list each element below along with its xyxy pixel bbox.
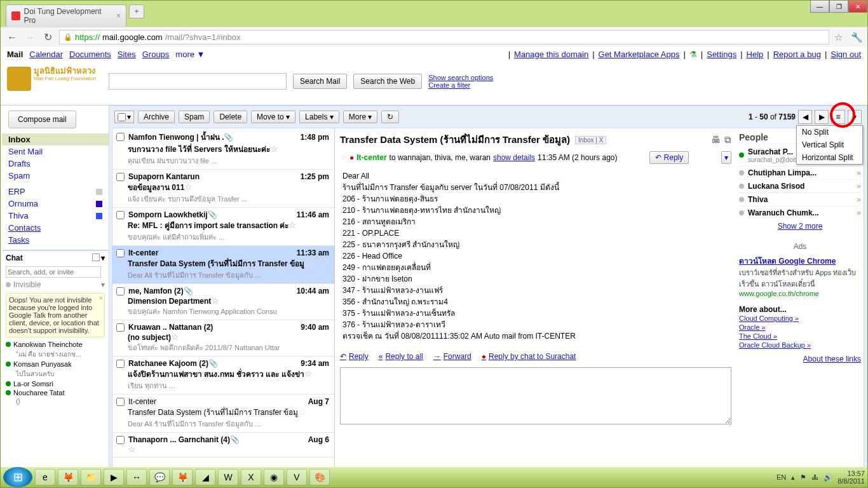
tb-talk[interactable]: 💬 [149,469,170,485]
message-row[interactable]: Namfon Tienwong | น้ำฝน .📎1:48 pmรบกวนวา… [112,128,334,170]
gb-mail[interactable]: Mail [7,50,23,59]
new-tab-button[interactable]: + [129,4,144,18]
gb-settings[interactable]: Settings [707,50,736,59]
start-button[interactable]: ⊞ [3,467,32,487]
archive-button[interactable]: Archive [138,111,175,123]
related-link[interactable]: Cloud Computing » [739,314,861,323]
create-filter-link[interactable]: Create a filter [428,81,493,89]
search-web-button[interactable]: Search the Web [353,74,422,89]
tb-media[interactable]: ▶ [104,469,124,485]
gb-sites[interactable]: Sites [118,50,136,59]
chat-contact[interactable]: Kanokwan Theinchote [2,340,109,349]
label-chip-inbox[interactable]: Inbox | X [575,136,606,144]
tb-explorer[interactable]: 📁 [81,469,101,485]
gb-groups[interactable]: Groups [142,50,170,59]
message-row[interactable]: It-center11:33 amTransfer Data System (ร… [112,246,334,284]
split-horizontal[interactable]: Horizontal Split [797,151,862,164]
view-toggle-button[interactable]: ≡ [831,110,845,124]
msg-checkbox[interactable] [116,211,125,219]
ad-title[interactable]: ดาวน์โหลด Google Chrome [739,257,836,266]
action-reply-chat[interactable]: ●Reply by chat to Surachat [482,352,576,361]
chevron-icon[interactable]: » [857,168,861,177]
reply-button[interactable]: ↶ Reply [649,151,689,164]
star-icon[interactable]: ☆ [304,369,313,379]
gb-help[interactable]: Help [747,50,764,59]
tb-chrome[interactable]: ◉ [264,469,284,485]
message-row[interactable]: Kruawan .. Nattanan (2)9:40 am(no subjec… [112,320,334,356]
label-erp[interactable]: ERP [2,186,109,198]
msg-checkbox[interactable] [116,360,125,368]
reload-button[interactable]: ↻ [41,31,54,44]
refresh-button[interactable]: ↻ [381,111,399,123]
star-icon[interactable]: ☆ [288,220,297,230]
chevron-icon[interactable]: » [857,195,861,204]
gb-documents[interactable]: Documents [69,50,111,59]
tb-ie[interactable]: e [35,469,55,485]
chat-contact[interactable]: Noucharee Tatat [2,388,109,397]
tray-date[interactable]: 8/8/2011 [837,477,865,485]
tab-close-icon[interactable]: × [116,11,121,20]
label-ornuma[interactable]: Ornuma [2,198,109,210]
message-row[interactable]: Somporn Laowkhetkij📎11:46 amRe: MFL : คู… [112,208,334,246]
gb-calendar[interactable]: Calendar [29,50,63,59]
chat-contact[interactable]: La-or Somsri [2,379,109,388]
chat-pop-icon[interactable] [92,254,100,261]
presence-self[interactable]: Invisible ▾ [2,279,109,290]
related-link[interactable]: Oracle Cloud Backup » [739,341,861,349]
tray-vol-icon[interactable]: 🔊 [824,473,832,482]
split-vertical[interactable]: Vertical Split [797,139,862,151]
star-icon[interactable]: ☆ [211,295,219,306]
flask-icon[interactable]: ⚗ [689,50,697,59]
person-row[interactable]: Luckana Srisod» [739,179,861,193]
spam-button[interactable]: Spam [179,111,210,123]
message-row[interactable]: It-centerAug 7Transfer Data System (ร้าน… [112,395,334,433]
msg-checkbox[interactable] [116,398,125,406]
tb-paint[interactable]: 🎨 [309,469,330,485]
gb-marketplace[interactable]: Get Marketplace Apps [599,50,680,59]
star-icon[interactable]: ☆ [128,444,136,454]
browser-tab[interactable]: Doi Tung Development Pro × [6,4,126,27]
person-row[interactable]: Chutiphan Limpa...» [739,166,861,179]
star-icon[interactable]: ☆ [184,182,193,192]
tb-firefox2[interactable]: 🦊 [172,469,193,485]
sender-name[interactable]: It-center [356,153,386,162]
gb-manage[interactable]: Manage this domain [514,50,588,59]
message-row[interactable]: Ratchanee Kajoom (2)📎9:34 amแจ้งปิดร้านก… [112,356,334,395]
action-reply[interactable]: ↶Reply [340,352,369,361]
gb-more[interactable]: more ▼ [175,50,205,59]
chat-search-input[interactable] [6,266,101,278]
split-none[interactable]: No Split [797,126,862,139]
folder-spam[interactable]: Spam [2,170,109,182]
reply-dropdown[interactable]: ▾ [721,151,731,164]
star-icon[interactable]: ☆ [270,144,278,154]
related-link[interactable]: The Cloud » [739,332,861,341]
close-button[interactable]: ✕ [848,1,867,13]
folder-inbox[interactable]: Inbox [2,133,109,146]
related-link[interactable]: Oracle » [739,323,861,332]
tb-firefox[interactable]: 🦊 [58,469,78,485]
ad-url[interactable]: www.google.co.th/chrome [739,290,861,297]
maximize-button[interactable]: ❐ [829,1,848,13]
msg-checkbox[interactable] [116,323,125,332]
gb-report[interactable]: Report a bug [773,50,821,59]
msg-checkbox[interactable] [116,287,125,295]
wrench-icon[interactable]: 🔧 [851,32,862,43]
tb-excel[interactable]: X [241,469,261,485]
star-icon[interactable]: ☆ [340,153,347,162]
folder-drafts[interactable]: Drafts [2,158,109,170]
tray-net-icon[interactable]: 🖧 [811,473,818,481]
back-button[interactable]: ← [6,31,18,44]
pager-next-button[interactable]: ▶ [815,110,829,124]
tray-lang[interactable]: EN [776,473,786,481]
message-list[interactable]: Namfon Tienwong | น้ำฝน .📎1:48 pmรบกวนวา… [112,128,335,480]
print-icon[interactable]: 🖶 [711,134,721,146]
chevron-icon[interactable]: » [857,208,861,217]
action-forward[interactable]: →Forward [433,352,471,361]
mail-search-input[interactable] [109,73,287,90]
tb-dynamics[interactable]: ◢ [195,469,215,485]
show-more-people[interactable]: Show 2 more [739,219,861,233]
close-warning-icon[interactable]: × [99,294,103,302]
tray-flag-icon[interactable]: ⚑ [800,473,806,482]
person-row[interactable]: Thiva» [739,193,861,206]
tray-time[interactable]: 13:57 [837,470,865,477]
